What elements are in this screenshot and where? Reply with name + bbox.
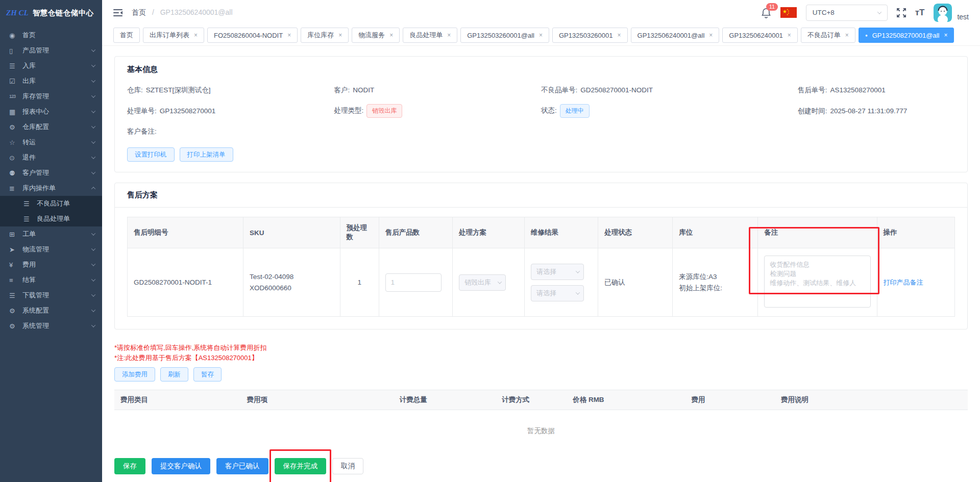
notification-bell-icon[interactable]: 11 <box>761 7 771 18</box>
sidebar-item-system-config[interactable]: ⚙ 系统配置 <box>0 303 102 318</box>
active-dot-icon: ● <box>865 33 868 38</box>
save-button[interactable]: 保存 <box>114 458 145 474</box>
tab-outbound-orders[interactable]: 出库订单列表× <box>143 28 204 43</box>
tab-gp132503260001[interactable]: GP132503260001× <box>552 28 628 43</box>
add-fee-button[interactable]: 添加费用 <box>114 367 155 382</box>
detail-no-cell: GD2508270001-NODIT-1 <box>128 248 243 317</box>
sidebar-subitem-good-orders[interactable]: ☰ 良品处理单 <box>0 211 102 226</box>
action-cell: 打印产品备注 <box>877 248 954 317</box>
sidebar-item-warehouse-operations[interactable]: ≣ 库内操作单 <box>0 181 102 196</box>
sidebar-item-fees[interactable]: ¥ 费用 <box>0 257 102 272</box>
sidebar-item-logistics[interactable]: ➤ 物流管理 <box>0 242 102 257</box>
close-icon[interactable]: × <box>944 32 947 39</box>
hold-button[interactable]: 暂存 <box>193 367 222 382</box>
repair-result-select-2[interactable]: 请选择 <box>531 285 584 301</box>
breadcrumb: 首页 / GP132506240001@all <box>132 8 233 17</box>
sidebar-item-warehouse-config[interactable]: ⚙ 仓库配置 <box>0 119 102 135</box>
timezone-select[interactable]: UTC+8 <box>806 5 888 21</box>
print-shelf-list-button[interactable]: 打印上架清单 <box>180 147 233 162</box>
sidebar-item-returns[interactable]: ⊙ 退件 <box>0 150 102 165</box>
close-icon[interactable]: × <box>618 32 621 39</box>
close-icon[interactable]: × <box>389 32 393 39</box>
chevron-down-icon <box>91 155 95 159</box>
submit-customer-confirm-button[interactable]: 提交客户确认 <box>152 458 210 474</box>
tab-gp132506240001-all[interactable]: GP132506240001@all× <box>631 28 720 43</box>
sidebar-item-transfer[interactable]: ☆ 转运 <box>0 135 102 150</box>
set-printer-button[interactable]: 设置打印机 <box>127 147 175 162</box>
sidebar-item-products[interactable]: ▯ 产品管理 <box>0 43 102 58</box>
tab-defective-orders[interactable]: 不良品订单× <box>801 28 855 43</box>
collapse-menu-icon[interactable] <box>113 9 122 17</box>
sidebar-item-inbound[interactable]: ☰ 入库 <box>0 58 102 73</box>
fee-note-2: *注:此处费用基于售后方案【AS132508270001】 <box>114 353 968 363</box>
tab-gp132508270001-all-active[interactable]: ●GP132508270001@all× <box>859 28 954 43</box>
avatar[interactable] <box>934 4 952 22</box>
process-status-cell: 已确认 <box>598 248 673 317</box>
close-icon[interactable]: × <box>845 32 849 39</box>
username[interactable]: test <box>957 13 969 22</box>
close-icon[interactable]: × <box>194 32 198 39</box>
sidebar-subitem-defective-orders[interactable]: ☰ 不良品订单 <box>0 196 102 211</box>
save-and-complete-button[interactable]: 保存并完成 <box>275 458 327 474</box>
chevron-down-icon <box>91 323 95 327</box>
gear-icon: ⚙ <box>9 307 22 315</box>
aftersales-no-field: 售后单号:AS132508270001 <box>798 86 955 95</box>
gear-icon: ⚙ <box>9 123 22 131</box>
sku-cell: Test-02-04098 XOD6000660 <box>243 248 340 317</box>
close-icon[interactable]: × <box>287 32 291 39</box>
aftersales-plan-panel: 售后方案 售后明细号 SKU 预处理数 售后产品数 处理方案 维修结果 处理状态 <box>114 183 968 329</box>
aftersales-table: 售后明细号 SKU 预处理数 售后产品数 处理方案 维修结果 处理状态 库位 备… <box>127 217 955 317</box>
sidebar-item-settlement[interactable]: ≡ 结算 <box>0 272 102 288</box>
font-size-icon[interactable]: тT <box>915 8 925 18</box>
chevron-down-icon <box>91 246 95 250</box>
close-icon[interactable]: × <box>709 32 713 39</box>
chevron-up-icon <box>91 187 95 191</box>
tabbar: 首页 出库订单列表× FO2508260004-NODIT× 库位库存× 物流服… <box>102 25 980 46</box>
tab-home[interactable]: 首页 <box>113 28 140 43</box>
fullscreen-icon[interactable] <box>897 8 906 17</box>
customer-confirmed-button[interactable]: 客户已确认 <box>216 458 268 474</box>
yen-icon: ¥ <box>9 261 22 269</box>
cancel-button[interactable]: 取消 <box>332 458 363 474</box>
remark-textarea[interactable] <box>764 256 870 308</box>
refresh-button[interactable]: 刷新 <box>160 367 188 382</box>
tab-good-processing[interactable]: 良品处理单× <box>403 28 457 43</box>
pre-qty-cell: 1 <box>340 248 379 317</box>
sidebar-item-work-orders[interactable]: ⊞ 工单 <box>0 226 102 242</box>
customer-remark-field: 客户备注: <box>127 127 955 136</box>
sidebar-item-customers[interactable]: ⚉ 客户管理 <box>0 165 102 181</box>
aftersales-qty-input[interactable] <box>385 273 442 292</box>
breadcrumb-home[interactable]: 首页 <box>132 8 146 16</box>
location-cell: 来源库位:A3 初始上架库位: <box>673 248 758 317</box>
sidebar-item-home[interactable]: ◉ 首页 <box>0 28 102 43</box>
close-icon[interactable]: × <box>447 32 451 39</box>
tab-gp132503260001-all[interactable]: GP132503260001@all× <box>460 28 549 43</box>
tab-location-inventory[interactable]: 库位库存× <box>301 28 349 43</box>
chevron-down-icon <box>877 10 881 14</box>
close-icon[interactable]: × <box>338 32 342 39</box>
tab-fo2508260004[interactable]: FO2508260004-NODIT× <box>207 28 298 43</box>
chevron-down-icon <box>91 292 95 296</box>
sidebar-item-system-management[interactable]: ⚙ 系统管理 <box>0 318 102 334</box>
china-flag-icon[interactable]: ★★★★★ <box>780 7 797 18</box>
sidebar-item-outbound[interactable]: ☑ 出库 <box>0 73 102 89</box>
sidebar-item-downloads[interactable]: ☰ 下载管理 <box>0 288 102 303</box>
sidebar-item-inventory[interactable]: 123 库存管理 <box>0 89 102 104</box>
created-field: 创建时间:2025-08-27 11:31:09.777 <box>798 107 955 116</box>
chevron-down-icon <box>91 308 95 312</box>
close-icon[interactable]: × <box>788 32 791 39</box>
print-product-remark-link[interactable]: 打印产品备注 <box>884 278 923 286</box>
repair-result-select-1[interactable]: 请选择 <box>531 264 584 280</box>
gear-icon: ⚙ <box>9 322 22 330</box>
aftersales-title: 售后方案 <box>127 190 158 199</box>
tab-gp132506240001[interactable]: GP132506240001× <box>722 28 798 43</box>
close-icon[interactable]: × <box>539 32 543 39</box>
sidebar-item-reports[interactable]: ▦ 报表中心 <box>0 104 102 119</box>
plan-select[interactable]: 销毁出库 <box>459 274 506 291</box>
list-icon: ☰ <box>9 292 22 299</box>
fees-section: *请按标准价填写,回车操作,系统将自动计算费用折扣 *注:此处费用基于售后方案【… <box>114 343 968 449</box>
remark-cell <box>758 248 877 317</box>
tab-logistics-service[interactable]: 物流服务× <box>352 28 400 43</box>
chevron-down-icon <box>91 78 95 82</box>
plan-cell: 销毁出库 <box>453 248 525 317</box>
